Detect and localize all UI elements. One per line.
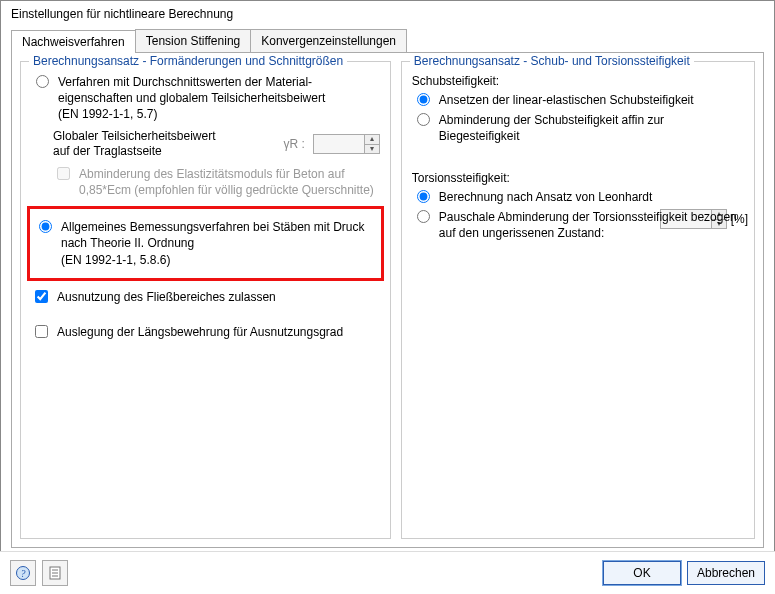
label-torsion-leonhardt: Berechnung nach Ansatz von Leonhardt: [439, 189, 653, 205]
radio-torsion-leonhardt[interactable]: [417, 190, 430, 203]
label-schub-linear: Ansetzen der linear-elastischen Schubste…: [439, 92, 694, 108]
tab-nachweisverfahren[interactable]: Nachweisverfahren: [11, 30, 136, 53]
ok-button[interactable]: OK: [603, 561, 681, 585]
help-icon: ?: [15, 565, 31, 581]
label-allgemeines-verfahren: Allgemeines Bemessungsverfahren bei Stäb…: [61, 219, 377, 268]
svg-text:?: ?: [21, 568, 26, 579]
label-gamma: Globaler Teilsicherheitsbeiwert auf der …: [53, 129, 233, 160]
checkbox-fliessbereich[interactable]: [35, 290, 48, 303]
info-button[interactable]: [42, 560, 68, 586]
label-durchschnittswerte: Verfahren mit Durchschnittswerten der Ma…: [58, 74, 325, 123]
radio-schub-abminderung[interactable]: [417, 113, 430, 126]
document-icon: [47, 565, 63, 581]
checkbox-auslegung-laengsbewehrung[interactable]: [35, 325, 48, 338]
tab-strip: Nachweisverfahren Tension Stiffening Kon…: [11, 29, 764, 52]
tab-tension-stiffening[interactable]: Tension Stiffening: [135, 29, 252, 52]
group-schub-torsion: Berechnungsansatz - Schub- und Torsionss…: [401, 61, 755, 539]
label-abminderung-ecm: Abminderung des Elastizitätsmoduls für B…: [79, 166, 380, 198]
spinner-up-icon[interactable]: ▴: [365, 135, 379, 144]
checkbox-abminderung-ecm: [57, 167, 70, 180]
group-formaenderungen: Berechnungsansatz - Formänderungen und S…: [20, 61, 391, 539]
spinner-down-icon[interactable]: ▾: [365, 144, 379, 153]
heading-schubsteifigkeit: Schubsteifigkeit:: [412, 74, 744, 88]
group-title-left: Berechnungsansatz - Formänderungen und S…: [29, 54, 347, 68]
highlight-box: Allgemeines Bemessungsverfahren bei Stäb…: [27, 206, 384, 281]
group-title-right: Berechnungsansatz - Schub- und Torsionss…: [410, 54, 694, 68]
spinner-gamma-r[interactable]: ▴ ▾: [313, 134, 380, 154]
label-auslegung-laengsbewehrung: Auslegung der Längsbewehrung für Ausnutz…: [57, 324, 343, 340]
help-button[interactable]: ?: [10, 560, 36, 586]
radio-allgemeines-verfahren[interactable]: [39, 220, 52, 233]
label-fliessbereich: Ausnutzung des Fließbereiches zulassen: [57, 289, 276, 305]
cancel-button[interactable]: Abbrechen: [687, 561, 765, 585]
input-gamma-r[interactable]: [314, 135, 364, 153]
label-schub-abminderung: Abminderung der Schubsteifigkeit affin z…: [439, 112, 744, 144]
radio-schub-linear[interactable]: [417, 93, 430, 106]
radio-durchschnittswerte[interactable]: [36, 75, 49, 88]
heading-torsionssteifigkeit: Torsionssteifigkeit:: [412, 171, 744, 185]
symbol-gamma-r: γR :: [283, 137, 304, 151]
window-title: Einstellungen für nichtlineare Berechnun…: [1, 1, 774, 27]
dialog-footer: ? OK Abbrechen: [0, 551, 775, 594]
radio-torsion-pauschal[interactable]: [417, 210, 430, 223]
tab-konvergenzeinstellungen[interactable]: Konvergenzeinstellungen: [250, 29, 407, 52]
